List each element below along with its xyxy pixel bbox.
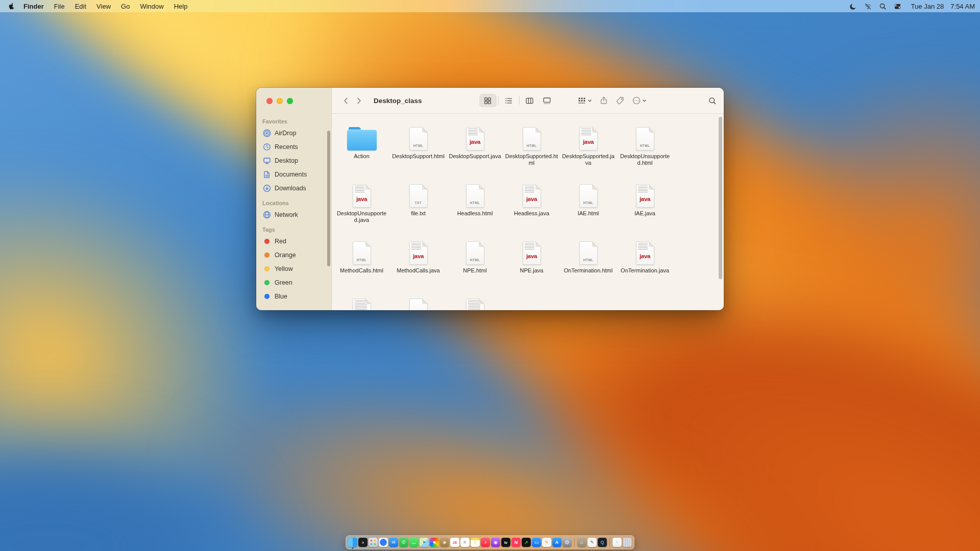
mail-icon: ✉	[389, 538, 398, 547]
file-item-action[interactable]: Action	[333, 121, 390, 178]
file-item-headless-java[interactable]: java Headless.java	[503, 178, 560, 235]
sidebar-item-network[interactable]: Network	[259, 208, 328, 221]
dock-keynote[interactable]: ▭	[532, 538, 541, 547]
spotlight-icon[interactable]	[877, 2, 889, 11]
control-center-icon[interactable]	[892, 2, 903, 11]
dock-terminal[interactable]: >	[358, 538, 368, 547]
content-scrollbar[interactable]	[719, 117, 722, 279]
icon-view-button[interactable]	[479, 94, 497, 107]
file-item-methodcalls-java[interactable]: java MethodCalls.java	[390, 235, 447, 292]
more-actions-button[interactable]	[632, 96, 647, 105]
file-item-ontermination-java[interactable]: java OnTermination.java	[617, 235, 673, 292]
sidebar-item-airdrop[interactable]: AirDrop	[259, 126, 328, 140]
sidebar-item-recents[interactable]: Recents	[259, 140, 328, 154]
dock-maps[interactable]: ➤	[420, 538, 429, 547]
menu-view[interactable]: View	[91, 3, 116, 10]
file-type-badge: HTML	[579, 258, 598, 262]
file-item-desktopunsupported-html[interactable]: HTML DesktopUnsupported.html	[617, 121, 673, 178]
dock-trash[interactable]	[623, 538, 632, 547]
file-item-desktopsupport-java[interactable]: java DesktopSupport.java	[447, 121, 503, 178]
file-item-headless-html[interactable]: HTML Headless.html	[447, 178, 503, 235]
dock-system-settings[interactable]: ⚙	[562, 538, 572, 547]
dock-calendar[interactable]: 28	[450, 538, 459, 547]
file-icon-wrap: HTML	[466, 180, 484, 208]
menu-bar-date[interactable]: Tue Jan 28	[911, 3, 944, 10]
file-icon-wrap: java	[409, 237, 428, 265]
code-preview	[468, 129, 478, 136]
file-item-desktopunsupported-java[interactable]: java DesktopUnsupported.java	[333, 178, 390, 235]
file-item-desktopsupported-java[interactable]: java DesktopSupported.java	[560, 121, 617, 178]
apple-menu-icon[interactable]	[5, 3, 18, 10]
file-item-file-txt[interactable]: TXT file.txt	[390, 178, 447, 235]
list-view-button[interactable]	[500, 94, 518, 107]
dock-finder[interactable]	[348, 538, 357, 547]
dock-contacts[interactable]: ☻	[440, 538, 449, 547]
sidebar-item-desktop[interactable]: Desktop	[259, 154, 328, 167]
file-item[interactable]	[390, 292, 447, 310]
file-item-npe-java[interactable]: java NPE.java	[503, 235, 560, 292]
dock-messages[interactable]: …	[409, 538, 419, 547]
sidebar-item-blue[interactable]: Blue	[259, 289, 328, 303]
dock-safari[interactable]	[379, 538, 388, 547]
wifi-off-icon[interactable]	[863, 2, 874, 11]
dock: > ✉ ✆ … ➤ ☻ 28 ≡	[346, 535, 634, 549]
forward-button[interactable]	[352, 94, 365, 107]
menu-help[interactable]: Help	[169, 3, 193, 10]
dock-notes[interactable]: ≡	[471, 538, 480, 547]
app-store-icon: A	[552, 538, 561, 547]
zoom-button[interactable]	[287, 98, 293, 104]
dock-podcasts[interactable]: ◉	[491, 538, 500, 547]
dock-mail[interactable]: ✉	[389, 538, 398, 547]
dock-app-store[interactable]: A	[552, 538, 561, 547]
file-item[interactable]	[333, 292, 390, 310]
dock-news[interactable]: N	[511, 538, 521, 547]
dock-launchpad[interactable]	[369, 538, 378, 547]
dock-recent-document[interactable]: ≡	[612, 538, 622, 547]
sidebar-scrollbar[interactable]	[327, 131, 330, 266]
back-button[interactable]	[339, 94, 352, 107]
sidebar-item-red[interactable]: Red	[259, 234, 328, 248]
tags-button[interactable]	[616, 96, 625, 105]
file-item-desktopsupported-html[interactable]: HTML DesktopSupported.html	[503, 121, 560, 178]
menu-app-name[interactable]: Finder	[18, 3, 49, 10]
dock-folder-shortcut[interactable]: ⌂	[577, 538, 586, 547]
sidebar-item-orange[interactable]: Orange	[259, 248, 328, 262]
file-item-npe-html[interactable]: HTML NPE.html	[447, 235, 503, 292]
file-item-iae-html[interactable]: HTML IAE.html	[560, 178, 617, 235]
dock-markup-document[interactable]: ✎	[587, 538, 597, 547]
file-item-methodcalls-html[interactable]: HTML MethodCalls.html	[333, 235, 390, 292]
column-view-button[interactable]	[521, 94, 538, 107]
dock-pages[interactable]: ✎	[542, 538, 551, 547]
focus-moon-icon[interactable]	[848, 2, 859, 11]
dock-tv[interactable]: tv	[501, 538, 510, 547]
dock-facetime[interactable]: ✆	[399, 538, 408, 547]
gallery-view-button[interactable]	[538, 94, 556, 107]
menu-edit[interactable]: Edit	[70, 3, 91, 10]
dock-stocks[interactable]: ↗	[522, 538, 531, 547]
file-item-iae-java[interactable]: java IAE.java	[617, 178, 673, 235]
minimize-button[interactable]	[277, 98, 283, 104]
recent-document-icon: ≡	[612, 538, 622, 547]
menu-file[interactable]: File	[49, 3, 70, 10]
file-item-ontermination-html[interactable]: HTML OnTermination.html	[560, 235, 617, 292]
group-by-button[interactable]	[577, 96, 592, 105]
dock-reminders[interactable]: ≡	[460, 538, 470, 547]
sidebar-item-yellow[interactable]: Yellow	[259, 262, 328, 276]
share-button[interactable]	[599, 96, 608, 105]
close-button[interactable]	[266, 98, 273, 104]
dock-quicktime[interactable]: Q	[598, 538, 607, 547]
sidebar-item-green[interactable]: Green	[259, 276, 328, 289]
file-item-desktopsupport-html[interactable]: HTML DesktopSupport.html	[390, 121, 447, 178]
sidebar-item-downloads[interactable]: Downloads	[259, 181, 328, 195]
menu-window[interactable]: Window	[135, 3, 168, 10]
menu-go[interactable]: Go	[116, 3, 135, 10]
menu-bar-time[interactable]: 7:54 AM	[950, 3, 975, 10]
file-item[interactable]	[447, 292, 503, 310]
sidebar-item-documents[interactable]: Documents	[259, 167, 328, 181]
dock-music[interactable]: ♪	[481, 538, 490, 547]
finder-icon	[348, 538, 357, 547]
window-toolbar[interactable]: Desktop_class	[332, 88, 724, 114]
dock-photos[interactable]	[430, 538, 439, 547]
search-button[interactable]	[708, 96, 717, 105]
file-label: file.txt	[392, 210, 445, 217]
